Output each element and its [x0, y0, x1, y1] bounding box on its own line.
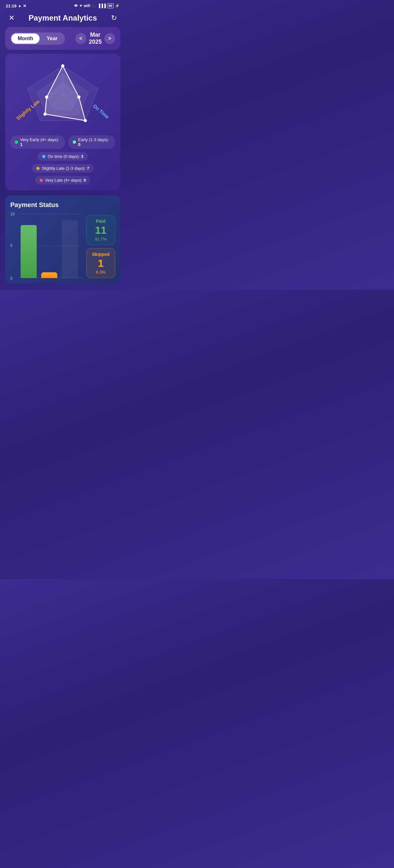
legend-row-3: Slightly Late (1-3 days): 7 [32, 164, 94, 173]
period-toggle: Month Year [10, 32, 65, 45]
legend-on-time: On time (0 days): 3 [38, 152, 88, 161]
very-late-dot [39, 179, 43, 182]
paid-count: 11 [90, 225, 111, 235]
signal-icon: ▐▐▐ [97, 3, 106, 8]
y-label-0: 0 [10, 276, 12, 281]
slightly-late-legend-label: Slightly Late (1-3 days): 7 [42, 166, 89, 171]
month-tab[interactable]: Month [11, 33, 39, 44]
skipped-percent: 8.3% [90, 270, 111, 275]
legend-very-late: Very Late (4+ days): 0 [35, 176, 91, 185]
y-label-10: 10 [10, 212, 15, 216]
bluetooth-icon: ✦ [79, 3, 82, 8]
skipped-count: 1 [90, 258, 111, 269]
very-early-label: Very Early (4+ days): 1 [20, 137, 61, 147]
skipped-label: Skipped [90, 252, 111, 257]
bars-container [21, 214, 82, 278]
radar-chart-container: Slightly Late On Time [10, 60, 115, 130]
next-period-button[interactable]: > [104, 33, 115, 44]
payment-status-title: Payment Status [10, 201, 115, 209]
radar-chart-card: Slightly Late On Time Very Early (4+ day… [5, 54, 120, 190]
radar-labels: Slightly Late On Time [10, 60, 115, 130]
period-selector-card: Month Year < Mar 2025 > [5, 27, 120, 50]
legend-very-early: Very Early (4+ days): 1 [10, 135, 65, 149]
very-late-label: Very Late (4+ days): 0 [45, 178, 86, 183]
on-time-dot [42, 155, 46, 158]
empty-bar [62, 220, 78, 278]
payment-status-card: Payment Status 10 5 0 [5, 195, 120, 283]
legend-early: Early (1-3 days): 0 [68, 135, 115, 149]
on-time-label: On Time [92, 103, 110, 120]
wifi-icon: wifi [84, 3, 90, 8]
year-tab[interactable]: Year [40, 33, 64, 44]
skipped-bar-wrapper [41, 272, 57, 278]
payment-content: 10 5 0 [10, 214, 115, 278]
stats-panel: Paid 11 91.7% Skipped 1 8.3% [86, 215, 115, 278]
early-dot [73, 141, 76, 144]
paid-bar-wrapper [21, 225, 37, 278]
refresh-button[interactable]: ↻ [109, 14, 119, 22]
y-label-5: 5 [10, 243, 12, 248]
status-right: 👁 ✦ wifi 📞 ▐▐▐ 98 ⚡ [74, 3, 120, 8]
skipped-stat-box: Skipped 1 8.3% [86, 248, 115, 278]
time-display: 21:19 [6, 3, 17, 8]
slightly-late-dot [36, 167, 39, 170]
status-bar: 21:19 ● ✕ 👁 ✦ wifi 📞 ▐▐▐ 98 ⚡ [0, 0, 125, 10]
paid-bar [21, 225, 37, 278]
very-early-dot [15, 141, 18, 144]
close-button[interactable]: ✕ [6, 14, 17, 22]
legend-row-4: Very Late (4+ days): 0 [35, 176, 91, 185]
skipped-bar [41, 272, 57, 278]
early-label: Early (1-3 days): 0 [78, 137, 111, 147]
prev-period-button[interactable]: < [75, 33, 86, 44]
app-header: ✕ Payment Analytics ↻ [0, 10, 125, 27]
current-period-label: Mar 2025 [89, 31, 102, 45]
eye-icon: 👁 [74, 3, 78, 8]
paid-label: Paid [90, 219, 111, 224]
bar-chart-area: 10 5 0 [10, 214, 82, 278]
paid-stat-box: Paid 11 91.7% [86, 215, 115, 245]
x-icon: ✕ [23, 3, 26, 8]
period-navigation: < Mar 2025 > [75, 31, 115, 45]
paid-percent: 91.7% [90, 237, 111, 242]
page-title: Payment Analytics [17, 13, 109, 23]
battery-indicator: 98 [107, 3, 114, 8]
legend-container: Very Early (4+ days): 1 Early (1-3 days)… [10, 135, 115, 185]
legend-slightly-late: Slightly Late (1-3 days): 7 [32, 164, 94, 173]
status-left: 21:19 ● ✕ [6, 3, 26, 8]
legend-row-1: Very Early (4+ days): 1 Early (1-3 days)… [10, 135, 115, 149]
on-time-label: On time (0 days): 3 [48, 154, 83, 159]
call-icon: 📞 [91, 3, 96, 8]
slightly-late-label: Slightly Late [15, 99, 40, 121]
legend-row-2: On time (0 days): 3 [38, 152, 88, 161]
whatsapp-icon: ● [18, 3, 21, 8]
charging-icon: ⚡ [115, 3, 120, 8]
empty-bar-wrapper [62, 220, 78, 278]
